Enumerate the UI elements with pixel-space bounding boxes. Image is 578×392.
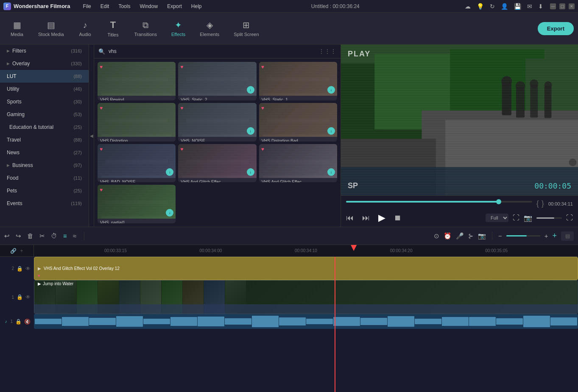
volume-slider[interactable]	[536, 217, 562, 219]
video-clip[interactable]: ▶ Jump into Water	[34, 280, 578, 314]
track-1-lock[interactable]: 🔒	[17, 294, 23, 300]
sidebar-item-lut[interactable]: LUT (88)	[0, 70, 89, 83]
delete-button[interactable]: 🗑	[27, 232, 34, 239]
sync-icon[interactable]: ↻	[490, 3, 495, 10]
waveform-button[interactable]: ≈	[73, 232, 76, 239]
marker-button[interactable]: ⊱	[468, 232, 474, 240]
menu-tools[interactable]: Tools	[114, 2, 134, 11]
tool-transitions[interactable]: ⧉ Transitions	[128, 18, 163, 39]
step-back-button[interactable]: ⏭	[362, 214, 370, 222]
sidebar-item-business[interactable]: ▶ Business (97)	[0, 159, 89, 172]
duration-button[interactable]: ⏱	[51, 232, 57, 239]
zoom-slider[interactable]	[506, 235, 540, 236]
sidebar-item-education[interactable]: Education & tutorial (25)	[0, 121, 89, 133]
silence-detect-button[interactable]: ⏰	[444, 232, 452, 240]
sidebar-item-food[interactable]: Food (11)	[0, 172, 89, 184]
sidebar-item-travel[interactable]: Travel (88)	[0, 133, 89, 146]
add-to-timeline-btn[interactable]: +	[20, 248, 23, 254]
sidebar-collapse-btn[interactable]: ◀	[89, 44, 94, 227]
add-track-button[interactable]: +	[552, 231, 557, 240]
user-icon[interactable]: 👤	[501, 3, 508, 10]
play-button[interactable]: ▶	[378, 212, 385, 223]
track-panel-btn[interactable]: ▤	[561, 231, 574, 241]
out-point-icon[interactable]: }	[542, 199, 544, 208]
sidebar-item-events[interactable]: Events (119)	[0, 197, 89, 210]
download-icon-9[interactable]: ↓	[327, 168, 335, 176]
download-icon-8[interactable]: ↓	[247, 168, 254, 176]
tool-titles[interactable]: T Titles	[101, 17, 126, 40]
quality-select[interactable]: Full	[486, 214, 508, 222]
search-input[interactable]	[109, 48, 315, 54]
preview-expand-icon[interactable]: ⛶	[513, 214, 519, 222]
effect-vhs-bad-noise[interactable]: ♥ ↓ VHS_BAD_NOISE	[98, 144, 176, 183]
cut-button[interactable]: ✂	[39, 232, 45, 240]
download-icon-5[interactable]: ↓	[247, 127, 254, 135]
redo-button[interactable]: ↪	[16, 232, 21, 240]
menu-window[interactable]: Window	[135, 2, 162, 11]
sidebar-item-gaming[interactable]: Gaming (53)	[0, 108, 89, 121]
tool-stock-media[interactable]: ▤ Stock Media	[32, 17, 70, 39]
tool-split-screen[interactable]: ⊞ Split Screen	[228, 17, 265, 39]
effect-vhs-distortion-bad[interactable]: ♥ ↓ VHS Distortion Bad	[259, 103, 337, 142]
cloud-icon[interactable]: ☁	[465, 3, 471, 10]
download-icon-3[interactable]: ↓	[327, 86, 335, 94]
track-2-lock[interactable]: 🔒	[17, 266, 23, 272]
tool-audio[interactable]: ♪ Audio	[73, 18, 98, 39]
download-icon-2[interactable]: ↓	[247, 86, 254, 94]
sidebar-item-news[interactable]: News (27)	[0, 146, 89, 159]
voice-button[interactable]: 🎤	[456, 232, 464, 240]
tool-effects[interactable]: ✦ Effects	[165, 17, 191, 39]
audio-clip[interactable]	[34, 314, 578, 329]
tool-media[interactable]: ▦ Media	[4, 17, 30, 39]
scene-detect-button[interactable]: ⊙	[434, 232, 439, 240]
sidebar-item-filters[interactable]: ▶ Filters (316)	[0, 44, 89, 57]
sidebar-item-sports[interactable]: Sports (30)	[0, 95, 89, 108]
download-icon[interactable]: ⬇	[538, 3, 543, 10]
tool-elements[interactable]: ◈ Elements	[194, 17, 225, 39]
effect-vhs-static1[interactable]: ♥ ↓ VHS_Static_1	[259, 62, 337, 100]
in-point-icon[interactable]: {	[536, 199, 539, 208]
maximize-button[interactable]: ▢	[559, 3, 565, 9]
stop-button[interactable]: ⏹	[394, 214, 402, 222]
audio-lock[interactable]: 🔒	[15, 319, 22, 325]
save-icon[interactable]: 💾	[514, 3, 521, 10]
effect-vhs-noise[interactable]: ♥ ↓ VHS_NOISE	[178, 103, 256, 142]
sidebar-item-overlay[interactable]: ▶ Overlay (330)	[0, 57, 89, 70]
rewind-button[interactable]: ⏮	[346, 214, 354, 222]
close-button[interactable]: ✕	[569, 3, 575, 9]
fullscreen-icon[interactable]: ⛶	[566, 214, 573, 222]
minimize-button[interactable]: —	[550, 3, 556, 9]
export-button[interactable]: Export	[538, 22, 574, 35]
zoom-out-button[interactable]: −	[498, 232, 502, 239]
effect-vhs-static2[interactable]: ♥ ↓ VHS_Static_2	[178, 62, 256, 100]
sidebar-item-utility[interactable]: Utility (46)	[0, 83, 89, 95]
effect-vhs-partial1[interactable]: ♥ ↓ VHS_partial1	[98, 185, 176, 223]
progress-bar[interactable]	[346, 201, 532, 203]
menu-file[interactable]: File	[78, 2, 95, 11]
track-1-visibility[interactable]: 👁	[25, 294, 31, 300]
effect-vhs-glitch2[interactable]: ♥ ↓ VHS And Glitch Effec...	[259, 144, 337, 183]
wave-17	[469, 317, 496, 326]
audio-mute[interactable]: 🔇	[24, 319, 31, 325]
link-tracks-btn[interactable]: 🔗	[10, 248, 17, 254]
undo-button[interactable]: ↩	[4, 232, 10, 240]
mail-icon[interactable]: ✉	[527, 3, 532, 10]
download-icon-6[interactable]: ↓	[327, 127, 335, 135]
camera-button[interactable]: 📷	[478, 232, 486, 240]
grid-view-icon[interactable]: ⋮⋮⋮	[318, 48, 336, 55]
menu-edit[interactable]: Edit	[96, 2, 114, 11]
progress-handle[interactable]	[496, 199, 501, 204]
snapshot-icon[interactable]: 📷	[524, 214, 532, 222]
menu-export[interactable]: Export	[163, 2, 186, 11]
download-icon-7[interactable]: ↓	[166, 168, 173, 176]
track-2-visibility[interactable]: 👁	[25, 266, 31, 272]
menu-help[interactable]: Help	[187, 2, 206, 11]
audio-adjust-button[interactable]: ≡	[63, 232, 67, 239]
effect-vhs-glitch1[interactable]: ♥ ↓ VHS And Glitch Effec...	[178, 144, 256, 183]
sidebar-item-pets[interactable]: Pets (25)	[0, 184, 89, 197]
bulb-icon[interactable]: 💡	[477, 3, 484, 10]
overlay-clip[interactable]: ▶ VHS And Glitch Effect Vol 02 Overlay 1…	[34, 257, 578, 280]
zoom-in-button[interactable]: +	[544, 232, 548, 239]
effect-vhs-distortion[interactable]: ♥ VHS Distortion	[98, 103, 176, 142]
effect-vhs-rewind[interactable]: ♥ VHS Rewind	[98, 62, 176, 100]
